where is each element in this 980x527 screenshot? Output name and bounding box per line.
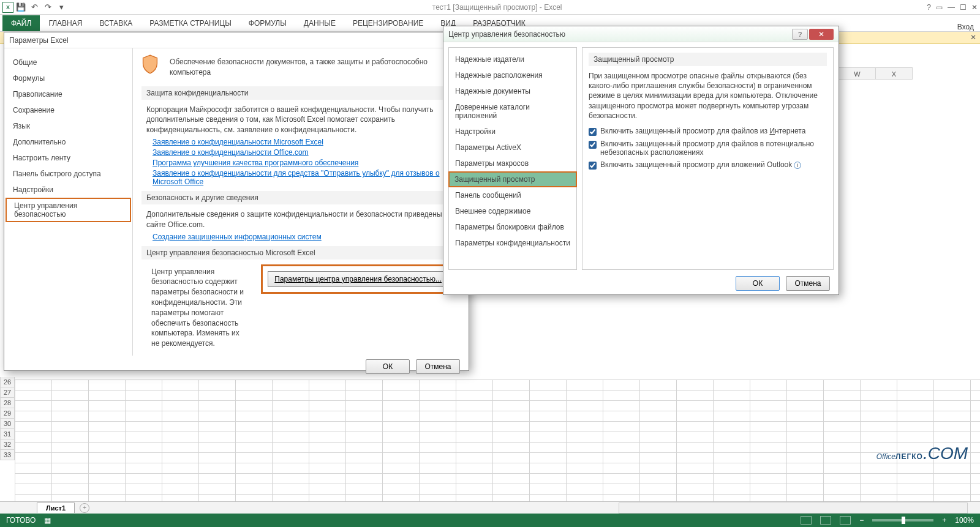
nav-addins[interactable]: Надстройки [449, 124, 576, 140]
zoom-in-icon[interactable]: + [942, 516, 946, 525]
view-break-icon[interactable] [840, 516, 851, 525]
window-title: тест1 [Защищенный просмотр] - Excel [67, 3, 927, 12]
row-header[interactable]: 31 [0, 429, 15, 439]
zoom-slider[interactable] [872, 519, 933, 521]
ok-button[interactable]: ОК [736, 276, 780, 291]
link-trustworthy[interactable]: Создание защищенных информационных систе… [153, 233, 460, 241]
shield-icon [141, 54, 159, 74]
chk-internet[interactable]: Включить защищенный просмотр для файлов … [589, 127, 827, 136]
chk-outlook[interactable]: Включить защищенный просмотр для вложени… [589, 160, 827, 170]
minimize-icon[interactable]: — [948, 3, 955, 12]
help-icon[interactable]: ? [792, 29, 808, 40]
nav-formulas[interactable]: Формулы [4, 70, 132, 86]
chk-internet-box[interactable] [589, 128, 597, 136]
privacy-para: Корпорация Майкрософт заботится о вашей … [141, 105, 460, 135]
trust-center-settings-button[interactable]: Параметры центра управления безопасность… [268, 271, 448, 287]
nav-protected-view[interactable]: Защищенный просмотр [448, 171, 577, 187]
link-privacy-office[interactable]: Заявление о конфиденциальности Office.co… [153, 148, 460, 157]
close-icon[interactable]: ✕ [809, 29, 834, 40]
nav-save[interactable]: Сохранение [4, 102, 132, 118]
link-privacy-excel[interactable]: Заявление о конфиденциальности Microsoft… [153, 138, 460, 146]
nav-customize-ribbon[interactable]: Настроить ленту [4, 150, 132, 166]
status-ready: ГОТОВО [6, 516, 36, 525]
tab-review[interactable]: РЕЦЕНЗИРОВАНИЕ [344, 15, 432, 31]
section-trust-center: Центр управления безопасностью Microsoft… [141, 246, 460, 260]
maximize-icon[interactable]: ☐ [960, 3, 967, 12]
row-header[interactable]: 28 [0, 398, 15, 408]
login-link[interactable]: Вход [957, 23, 980, 31]
link-ceip[interactable]: Программа улучшения качества программног… [153, 159, 460, 167]
redo-icon[interactable]: ↷ [42, 1, 54, 13]
sheet-tab[interactable]: Лист1 [37, 503, 75, 513]
status-bar: ГОТОВО ▦ − + 100% [0, 514, 980, 527]
horizontal-scrollbar[interactable] [619, 503, 968, 514]
nav-trusted-locations[interactable]: Надежные расположения [449, 67, 576, 83]
protected-view-para: При защищенном просмотре опасные файлы о… [589, 71, 827, 121]
view-page-icon[interactable] [820, 516, 831, 525]
help-icon[interactable]: ? [927, 3, 931, 12]
macro-record-icon[interactable]: ▦ [44, 516, 51, 525]
nav-general[interactable]: Общие [4, 54, 132, 70]
link-smile[interactable]: Заявление о конфиденциальности для средс… [153, 169, 460, 186]
undo-icon[interactable]: ↶ [28, 1, 40, 13]
pv-close-icon[interactable]: ✕ [970, 33, 976, 42]
cancel-button[interactable]: Отмена [786, 276, 830, 291]
excel-logo-icon: X [2, 2, 13, 13]
tab-data[interactable]: ДАННЫЕ [295, 15, 344, 31]
cancel-button[interactable]: Отмена [416, 359, 460, 374]
info-icon[interactable]: i [794, 162, 801, 169]
security-headline: Обеспечение безопасности документов, а т… [165, 57, 460, 78]
nav-file-block[interactable]: Параметры блокировки файлов [449, 219, 576, 235]
nav-activex[interactable]: Параметры ActiveX [449, 140, 576, 155]
nav-privacy[interactable]: Параметры конфиденциальности [449, 235, 576, 251]
close-icon[interactable]: ✕ [971, 3, 978, 12]
row-header[interactable]: 29 [0, 408, 15, 419]
row-header[interactable]: 30 [0, 419, 15, 429]
trust-center-nav: Надежные издатели Надежные расположения … [448, 47, 577, 270]
col-header[interactable]: X [876, 67, 913, 80]
row-header[interactable]: 26 [0, 377, 15, 387]
row-header[interactable]: 33 [0, 450, 15, 460]
nav-trust-center[interactable]: Центр управления безопасностью [6, 198, 131, 222]
nav-macros[interactable]: Параметры макросов [449, 155, 576, 171]
nav-language[interactable]: Язык [4, 118, 132, 134]
nav-advanced[interactable]: Дополнительно [4, 134, 132, 150]
excel-options-dialog: Параметры Excel Общие Формулы Правописан… [4, 32, 469, 371]
tab-file[interactable]: ФАЙЛ [2, 15, 40, 31]
ok-button[interactable]: ОК [366, 359, 410, 374]
row-header[interactable]: 32 [0, 439, 15, 450]
tab-insert[interactable]: ВСТАВКА [91, 15, 141, 31]
titlebar: X 💾 ↶ ↷ ▾ тест1 [Защищенный просмотр] - … [0, 0, 980, 15]
chk-unsafe-box[interactable] [589, 141, 597, 149]
section-privacy: Защита конфиденциальности [141, 86, 460, 100]
tab-layout[interactable]: РАЗМЕТКА СТРАНИЦЫ [141, 15, 240, 31]
nav-qat[interactable]: Панель быстрого доступа [4, 166, 132, 182]
nav-addins[interactable]: Надстройки [4, 182, 132, 198]
row-header[interactable]: 27 [0, 387, 15, 398]
col-header[interactable]: W [839, 67, 876, 80]
zoom-out-icon[interactable]: − [859, 516, 864, 525]
trust-center-para: Центр управления безопасностью содержит … [146, 267, 249, 349]
qat-more-icon[interactable]: ▾ [55, 1, 67, 13]
nav-proofing[interactable]: Правописание [4, 86, 132, 102]
nav-external-content[interactable]: Внешнее содержимое [449, 203, 576, 219]
view-normal-icon[interactable] [801, 516, 812, 525]
tab-formulas[interactable]: ФОРМУЛЫ [240, 15, 295, 31]
tab-home[interactable]: ГЛАВНАЯ [40, 15, 91, 31]
dialog-title: Параметры Excel [4, 32, 469, 48]
trust-center-dialog: Центр управления безопасностью ? ✕ Надеж… [443, 26, 839, 295]
chk-outlook-box[interactable] [589, 162, 597, 170]
nav-trusted-documents[interactable]: Надежные документы [449, 83, 576, 99]
dialog-title: Центр управления безопасностью ? ✕ [443, 26, 839, 42]
zoom-level[interactable]: 100% [955, 516, 974, 525]
chk-unsafe-locations[interactable]: Включить защищенный просмотр для файлов … [589, 140, 827, 157]
trust-center-button-highlight: Параметры центра управления безопасность… [261, 264, 455, 294]
nav-message-bar[interactable]: Панель сообщений [449, 187, 576, 203]
add-sheet-button[interactable]: + [80, 503, 89, 513]
nav-trusted-catalogs[interactable]: Доверенные каталоги приложений [449, 99, 576, 124]
section-security: Безопасность и другие сведения [141, 191, 460, 204]
nav-trusted-publishers[interactable]: Надежные издатели [449, 51, 576, 67]
save-icon[interactable]: 💾 [15, 1, 27, 13]
ribbon-collapse-icon[interactable]: ▭ [936, 3, 943, 12]
section-protected-view: Защищенный просмотр [589, 53, 827, 66]
